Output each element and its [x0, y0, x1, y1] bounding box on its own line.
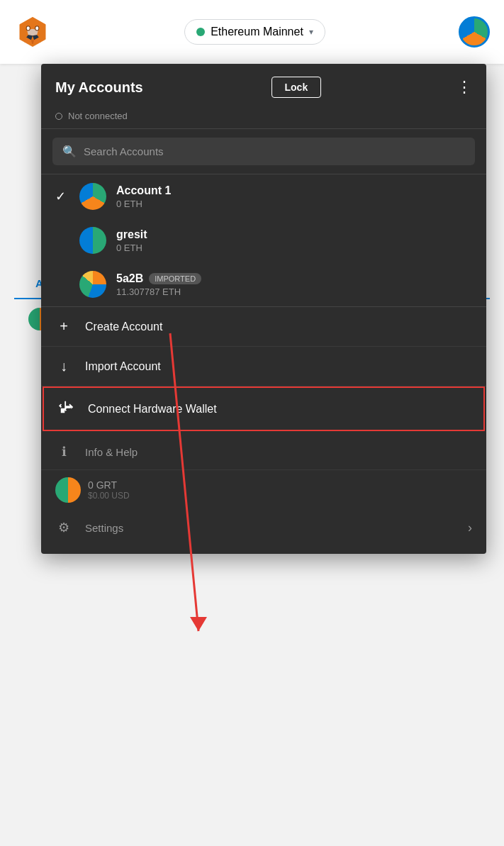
metamask-logo: [14, 13, 51, 50]
not-connected-text: Not connected: [68, 111, 128, 121]
import-account-label: Import Account: [85, 360, 161, 373]
header: Ethereum Mainnet ▾: [0, 0, 504, 64]
import-account-item[interactable]: ↓ Import Account: [41, 347, 486, 386]
bottom-token-amount: 0 GRT: [88, 479, 472, 491]
not-connected-dot: [55, 113, 62, 120]
bottom-section: ℹ Info & Help 0 GRT $0.00 USD ⚙ Settings…: [41, 431, 486, 548]
settings-item[interactable]: ⚙ Settings ›: [41, 510, 486, 545]
search-icon: 🔍: [62, 145, 77, 158]
account-avatar-header[interactable]: [459, 16, 490, 48]
account-balance-2: 0 ETH: [116, 243, 472, 253]
svg-point-13: [35, 26, 38, 30]
bottom-token-info: 0 GRT $0.00 USD: [88, 479, 472, 501]
account-item-3[interactable]: 5a2B IMPORTED 11.307787 ETH: [41, 262, 486, 306]
connect-hardware-wallet-item[interactable]: Connect Hardware Wallet: [43, 386, 485, 431]
info-icon: ℹ: [55, 444, 72, 460]
accounts-dropdown: My Accounts Lock ⋮ Not connected 🔍 Searc…: [41, 64, 486, 554]
search-container: 🔍 Search Accounts: [41, 129, 486, 174]
bottom-token-avatar: [55, 477, 81, 503]
bottom-token-usd: $0.00 USD: [88, 491, 472, 501]
chevron-down-icon: ▾: [309, 27, 313, 37]
settings-label: Settings: [85, 522, 123, 534]
account-item-2[interactable]: gresit 0 ETH: [41, 218, 486, 262]
dropdown-header: My Accounts Lock ⋮: [41, 64, 486, 108]
account-name-3: 5a2B: [116, 272, 143, 285]
svg-point-12: [27, 26, 30, 30]
check-mark-icon: ✓: [55, 189, 69, 204]
account-avatar-3: [79, 271, 106, 298]
account-name-2: gresit: [116, 228, 472, 241]
account-info-1: Account 1 0 ETH: [116, 184, 472, 209]
account-item-1[interactable]: ✓ Account 1 0 ETH: [41, 174, 486, 218]
plus-icon: +: [55, 318, 72, 335]
network-name: Ethereum Mainnet: [211, 26, 303, 38]
account-info-2: gresit 0 ETH: [116, 228, 472, 253]
search-placeholder: Search Accounts: [84, 145, 164, 157]
connect-hardware-wallet-label: Connect Hardware Wallet: [88, 403, 217, 416]
search-input-wrap[interactable]: 🔍 Search Accounts: [52, 138, 475, 165]
info-help-item[interactable]: ℹ Info & Help: [41, 434, 486, 469]
not-connected-bar: Not connected: [41, 108, 486, 129]
account-name-1: Account 1: [116, 184, 472, 197]
bottom-token-row: 0 GRT $0.00 USD: [41, 469, 486, 510]
my-accounts-title: My Accounts: [55, 79, 143, 96]
lock-button[interactable]: Lock: [271, 77, 322, 98]
import-icon: ↓: [55, 358, 72, 374]
settings-left: ⚙ Settings: [55, 520, 123, 535]
account-balance-1: 0 ETH: [116, 199, 472, 209]
info-help-label: Info & Help: [85, 446, 138, 458]
settings-arrow-icon: ›: [468, 521, 472, 535]
account-balance-3: 11.307787 ETH: [116, 286, 472, 297]
account-avatar-1: [79, 183, 106, 210]
account-info-3: 5a2B IMPORTED 11.307787 ETH: [116, 272, 472, 297]
imported-badge: IMPORTED: [149, 273, 201, 284]
network-status-dot: [196, 28, 205, 36]
create-account-item[interactable]: + Create Account: [41, 307, 486, 347]
settings-icon: ⚙: [55, 520, 72, 535]
kebab-menu-icon[interactable]: ⋮: [457, 78, 472, 96]
account-list: ✓ Account 1 0 ETH gresit 0 ETH 5a2B I: [41, 174, 486, 307]
account-name-row-3: 5a2B IMPORTED: [116, 272, 472, 285]
usb-icon: [58, 399, 75, 418]
create-account-label: Create Account: [85, 321, 162, 333]
account-avatar-2: [79, 227, 106, 254]
network-selector[interactable]: Ethereum Mainnet ▾: [184, 19, 325, 45]
